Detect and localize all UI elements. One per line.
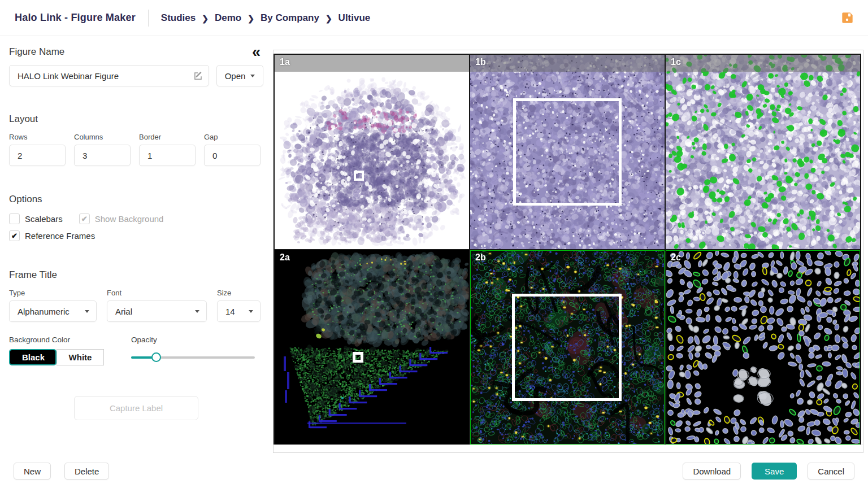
checkbox-box [9,230,20,241]
reference-frame [512,294,622,401]
frame-image-2a [275,250,469,445]
type-value: Alphanumeric [18,307,70,316]
frame-label: 1b [475,57,486,67]
chevron-down-icon [250,75,255,77]
figure-frame-1b[interactable]: 1b [470,55,665,249]
columns-input[interactable] [74,145,131,166]
figure-preview-area: 1a 1b 1c 2a 2b 2c [273,50,863,453]
frame-label: 2b [475,252,486,263]
scalebars-label: Scalebars [25,214,63,224]
cancel-button[interactable]: Cancel [808,463,854,480]
chevron-right-icon: ❯ [248,14,254,23]
columns-label: Columns [74,133,131,141]
font-label: Font [107,289,207,297]
slider-thumb[interactable] [151,352,161,362]
rows-label: Rows [9,133,66,141]
header-divider [148,10,149,27]
reference-frames-label: Reference Frames [25,231,95,241]
frame-label-band [470,55,665,72]
show-background-checkbox[interactable]: Show Background [79,213,164,224]
figure-frame-2c[interactable]: 2c [666,250,860,445]
opacity-label: Opacity [131,336,263,344]
checkbox-box [9,213,20,224]
breadcrumb-demo[interactable]: Demo [215,12,241,24]
frame-label-band [666,55,860,72]
frame-image-2c [666,250,860,445]
app-header: Halo Link - Figure Maker Studies ❯ Demo … [0,0,868,36]
breadcrumb: Studies ❯ Demo ❯ By Company ❯ Ultivue [161,12,370,24]
collapse-panel-icon[interactable]: « [252,46,263,58]
scalebars-checkbox[interactable]: Scalebars [9,213,63,224]
horizontal-scrollbar[interactable] [274,445,863,452]
size-select[interactable]: 14 [217,300,261,322]
chevron-down-icon [85,310,89,313]
border-label: Border [139,133,196,141]
type-select[interactable]: Alphanumeric [9,300,97,322]
figure-frame-2a[interactable]: 2a [275,250,469,445]
gap-input[interactable] [204,145,261,166]
frame-label: 1c [671,57,681,67]
layout-heading: Layout [9,114,263,125]
save-button[interactable]: Save [752,463,797,480]
field-marker [354,171,364,181]
field-marker [353,352,363,363]
new-button[interactable]: New [14,463,51,480]
frame-label: 2c [671,252,681,263]
border-input[interactable] [139,145,196,166]
checkbox-box [79,213,90,224]
capture-label-button[interactable]: Capture Label [74,396,198,420]
open-figure-button[interactable]: Open [216,65,263,86]
frame-image-1a [275,55,469,249]
figure-frame-1a[interactable]: 1a [275,55,469,249]
show-background-label: Show Background [95,214,164,224]
breadcrumb-ultivue[interactable]: Ultivue [338,12,371,24]
opacity-slider[interactable] [131,352,255,363]
chevron-right-icon: ❯ [326,14,332,23]
reference-frames-checkbox[interactable]: Reference Frames [9,230,95,241]
breadcrumb-studies[interactable]: Studies [161,12,196,24]
size-value: 14 [225,307,235,316]
open-button-label: Open [225,71,246,81]
chevron-down-icon [249,310,253,313]
rows-input[interactable] [9,145,66,166]
figure-grid: 1a 1b 1c 2a 2b 2c [274,54,861,446]
save-icon[interactable] [841,12,853,24]
figure-frame-1c[interactable]: 1c [666,55,860,249]
chevron-right-icon: ❯ [202,14,209,23]
download-button[interactable]: Download [683,463,741,480]
type-label: Type [9,289,97,297]
size-label: Size [217,289,261,297]
figure-name-input[interactable] [11,71,193,81]
bg-color-white-button[interactable]: White [57,349,104,365]
background-color-label: Background Color [9,336,131,344]
chevron-down-icon [195,310,199,313]
font-value: Arial [115,307,132,316]
gap-label: Gap [204,133,261,141]
reference-frame [513,98,622,206]
settings-panel: Figure Name « Open Layout Rows Columns [0,36,273,488]
font-select[interactable]: Arial [107,300,207,322]
delete-button[interactable]: Delete [64,463,109,480]
app-title: Halo Link - Figure Maker [15,12,136,24]
background-color-toggle: Black White [9,349,104,365]
frame-image-1c [666,55,860,249]
frame-label: 2a [280,252,290,263]
figure-name-heading: Figure Name [9,46,64,58]
frame-label: 1a [280,57,290,67]
options-heading: Options [9,194,263,205]
frame-label-band [275,55,469,72]
edit-icon[interactable] [193,71,203,81]
breadcrumb-by-company[interactable]: By Company [261,12,319,24]
figure-frame-2b[interactable]: 2b [470,250,665,445]
frame-title-heading: Frame Title [9,269,263,281]
bg-color-black-button[interactable]: Black [9,349,57,365]
figure-name-field [9,65,209,86]
